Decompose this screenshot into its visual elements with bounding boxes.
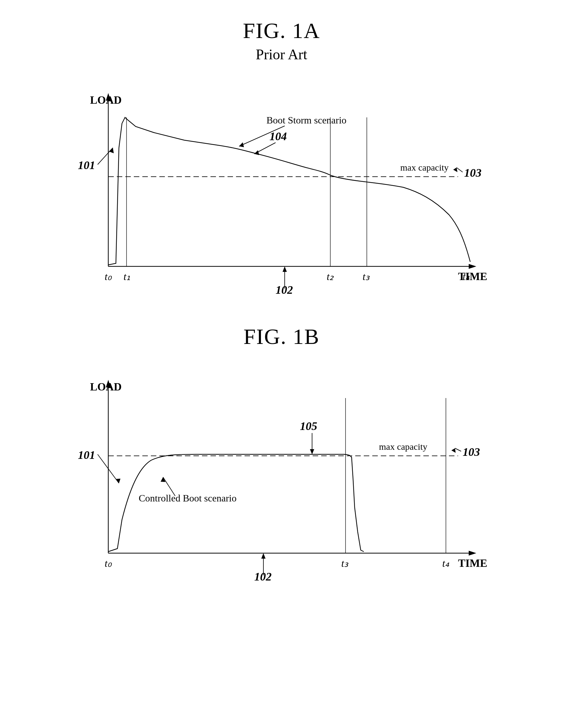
svg-marker-9 (109, 148, 114, 153)
figure-1a-subtitle: Prior Art (256, 46, 307, 63)
svg-line-31 (455, 448, 461, 451)
figure-1b-title: FIG. 1B (243, 324, 319, 349)
t2-label-1a: t₂ (327, 271, 334, 282)
boot-storm-annotation: Boot Storm scenario (266, 115, 346, 126)
svg-marker-3 (469, 264, 476, 269)
ref-101-label-1a: 101 (78, 159, 95, 172)
boot-storm-curve (108, 117, 470, 265)
ref-101-label-1b: 101 (78, 449, 95, 461)
t4-label-1a: t₄ (463, 271, 470, 282)
controlled-boot-annotation: Controlled Boot scenario (139, 493, 237, 504)
ref-103-label-1b: 103 (463, 445, 480, 458)
t0-label-1a: t₀ (105, 271, 112, 282)
svg-marker-15 (453, 168, 457, 172)
chart-1b-svg: LOAD TIME 101 Controlled Boot scenario (69, 374, 495, 587)
svg-line-14 (457, 168, 463, 172)
x-axis-label-1b: TIME (458, 557, 487, 569)
ref-102-label-1a: 102 (276, 283, 293, 296)
svg-marker-17 (283, 266, 287, 272)
t0-label-1b: t₀ (105, 558, 112, 569)
figure-1a-title: FIG. 1A (243, 18, 320, 43)
figure-1b-chart: LOAD TIME 101 Controlled Boot scenario (69, 374, 495, 587)
svg-marker-11 (239, 142, 244, 147)
t3-label-1b: t₃ (341, 558, 349, 569)
y-axis-label-1b: LOAD (90, 381, 122, 393)
svg-marker-13 (254, 150, 259, 155)
t4-label-1b: t₄ (442, 558, 449, 569)
chart-1a-svg: LOAD TIME 101 Bo (69, 87, 495, 300)
page-container: FIG. 1A Prior Art LOAD TIME (38, 18, 525, 587)
svg-marker-30 (310, 449, 314, 454)
max-capacity-label-1a: max capacity (400, 162, 449, 172)
ref-102-label-1b: 102 (254, 570, 272, 583)
ref-103-label-1a: 103 (464, 166, 481, 179)
ref-105-label: 105 (300, 420, 317, 432)
svg-marker-32 (451, 448, 456, 453)
figure-1a-section: FIG. 1A Prior Art LOAD TIME (38, 18, 525, 300)
t3-label-1a: t₃ (363, 271, 370, 282)
ref-104-label: 104 (269, 130, 287, 143)
y-axis-label-1a: LOAD (90, 94, 122, 106)
figure-1b-section: FIG. 1B LOAD TIME (38, 324, 525, 587)
t1-label-1a: t₁ (123, 271, 130, 282)
max-capacity-label-1b: max capacity (379, 442, 427, 452)
svg-marker-34 (261, 553, 266, 559)
figure-1a-chart: LOAD TIME 101 Bo (69, 87, 495, 300)
svg-marker-21 (469, 551, 476, 556)
